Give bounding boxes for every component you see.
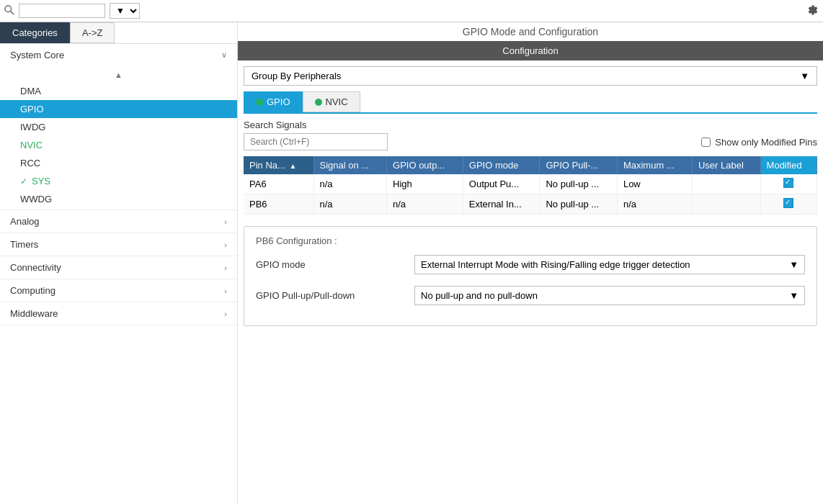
gpio-pull-row: GPIO Pull-up/Pull-down No pull-up and no… xyxy=(256,286,805,305)
search-signals-section: Search Signals Show only Modified Pins xyxy=(244,120,817,150)
content-title: GPIO Mode and Configuration xyxy=(238,22,823,41)
cell-pa6-pull: No pull-up ... xyxy=(540,174,617,194)
nvic-tab-label: NVIC xyxy=(326,96,348,107)
section-timers: Timers › xyxy=(0,233,237,256)
gpio-mode-dropdown-arrow: ▼ xyxy=(789,259,798,270)
config-header: Configuration xyxy=(238,41,823,60)
cell-pb6-max: n/a xyxy=(617,194,692,215)
main-area: Categories A->Z System Core ∨ ▲ DMA GPIO xyxy=(0,22,823,504)
section-computing-header[interactable]: Computing › xyxy=(0,279,237,302)
tab-categories[interactable]: Categories xyxy=(0,22,70,43)
sidebar-item-wwdg[interactable]: WWDG xyxy=(0,190,237,208)
gpio-pull-select[interactable]: No pull-up and no pull-down ▼ xyxy=(414,286,805,305)
gpio-mode-row: GPIO mode External Interrupt Mode with R… xyxy=(256,255,805,274)
dropdown-arrow-icon: ▼ xyxy=(800,71,809,81)
section-middleware-header[interactable]: Middleware › xyxy=(0,302,237,325)
top-search-dropdown[interactable]: ▼ xyxy=(110,3,140,19)
search-signals-row: Show only Modified Pins xyxy=(244,133,817,150)
col-pin-name[interactable]: Pin Na... ▲ xyxy=(244,156,313,174)
sidebar-item-gpio[interactable]: GPIO xyxy=(0,100,237,118)
pb6-modified-checkbox[interactable] xyxy=(783,198,793,208)
cell-pa6-mode: Output Pu... xyxy=(463,174,540,194)
col-user-label[interactable]: User Label xyxy=(692,156,760,174)
group-by-dropdown[interactable]: Group By Peripherals ▼ xyxy=(244,66,817,86)
col-signal-on[interactable]: Signal on ... xyxy=(313,156,387,174)
table-row: PB6 n/a n/a External In... No pull-up ..… xyxy=(244,194,817,215)
sys-label: SYS xyxy=(32,176,50,186)
tab-gpio[interactable]: GPIO xyxy=(244,91,303,112)
show-modified-label: Show only Modified Pins xyxy=(715,137,817,148)
wwdg-label: WWDG xyxy=(20,194,52,204)
gpio-table: Pin Na... ▲ Signal on ... GPIO outp... G… xyxy=(244,156,817,215)
section-connectivity-label: Connectivity xyxy=(10,262,61,273)
cell-pa6-label xyxy=(692,174,760,194)
table-header-row: Pin Na... ▲ Signal on ... GPIO outp... G… xyxy=(244,156,817,174)
col-gpio-mode[interactable]: GPIO mode xyxy=(463,156,540,174)
section-system-core-header[interactable]: System Core ∨ xyxy=(0,44,237,66)
chevron-right-icon-connectivity: › xyxy=(224,264,227,272)
sidebar-item-sys[interactable]: ✓ SYS xyxy=(0,172,237,190)
rcc-label: RCC xyxy=(20,158,40,168)
top-bar: ▼ xyxy=(0,0,823,22)
gpio-tab-label: GPIO xyxy=(267,96,290,107)
sidebar-item-dma[interactable]: DMA xyxy=(0,82,237,100)
cell-pa6-output: High xyxy=(387,174,463,194)
section-timers-header[interactable]: Timers › xyxy=(0,233,237,256)
nvic-label: NVIC xyxy=(20,140,43,150)
cell-pb6-pull: No pull-up ... xyxy=(540,194,617,215)
search-icon xyxy=(4,5,14,17)
dma-label: DMA xyxy=(20,86,41,96)
group-by-label: Group By Peripherals xyxy=(252,71,341,81)
gpio-nvic-tabs: GPIO NVIC xyxy=(244,91,817,114)
section-analog: Analog › xyxy=(0,210,237,233)
svg-point-0 xyxy=(5,5,12,12)
col-modified[interactable]: Modified xyxy=(760,156,817,174)
gpio-label: GPIO xyxy=(20,104,44,114)
sort-icon: ▲ xyxy=(289,162,296,170)
sidebar-content: System Core ∨ ▲ DMA GPIO IWDG NVIC xyxy=(0,44,237,504)
gpio-dot-icon xyxy=(256,99,263,106)
nvic-dot-icon xyxy=(315,99,322,106)
section-computing: Computing › xyxy=(0,279,237,302)
table-row: PA6 n/a High Output Pu... No pull-up ...… xyxy=(244,174,817,194)
sidebar-item-nvic[interactable]: NVIC xyxy=(0,136,237,154)
pa6-modified-checkbox[interactable] xyxy=(783,178,793,188)
show-modified-checkbox[interactable] xyxy=(701,138,711,147)
pb6-config-section: PB6 Configuration : GPIO mode External I… xyxy=(244,226,817,326)
cell-pb6-output: n/a xyxy=(387,194,463,215)
sidebar: Categories A->Z System Core ∨ ▲ DMA GPIO xyxy=(0,22,238,504)
section-system-core: System Core ∨ ▲ DMA GPIO IWDG NVIC xyxy=(0,44,237,210)
gpio-pull-label: GPIO Pull-up/Pull-down xyxy=(256,290,414,301)
tab-nvic[interactable]: NVIC xyxy=(303,91,360,112)
section-connectivity-header[interactable]: Connectivity › xyxy=(0,256,237,279)
cell-pb6-label xyxy=(692,194,760,215)
gear-icon[interactable] xyxy=(807,4,819,18)
top-search-input[interactable] xyxy=(19,4,105,18)
cell-pa6-max: Low xyxy=(617,174,692,194)
tab-atoz[interactable]: A->Z xyxy=(70,22,115,43)
col-gpio-pull[interactable]: GPIO Pull-... xyxy=(540,156,617,174)
section-computing-label: Computing xyxy=(10,285,55,296)
scroll-up-arrow[interactable]: ▲ xyxy=(0,68,237,82)
col-gpio-output[interactable]: GPIO outp... xyxy=(387,156,463,174)
sidebar-item-iwdg[interactable]: IWDG xyxy=(0,118,237,136)
chevron-right-icon-computing: › xyxy=(224,287,227,295)
cell-pa6-signal: n/a xyxy=(313,174,387,194)
col-maximum[interactable]: Maximum ... xyxy=(617,156,692,174)
pb6-config-title: PB6 Configuration : xyxy=(256,235,805,246)
chevron-right-icon-analog: › xyxy=(224,217,227,226)
section-middleware-label: Middleware xyxy=(10,308,58,319)
gpio-mode-value: External Interrupt Mode with Rising/Fall… xyxy=(421,259,690,270)
chevron-down-icon: ∨ xyxy=(221,50,227,60)
cell-pa6-modified xyxy=(760,174,817,194)
gpio-mode-label: GPIO mode xyxy=(256,259,414,270)
show-modified-row: Show only Modified Pins xyxy=(701,137,817,148)
gpio-mode-select[interactable]: External Interrupt Mode with Rising/Fall… xyxy=(414,255,805,274)
config-body: Group By Peripherals ▼ GPIO NVIC Search … xyxy=(238,60,823,504)
section-analog-header[interactable]: Analog › xyxy=(0,210,237,233)
sys-check-icon: ✓ xyxy=(20,176,27,186)
search-signals-input[interactable] xyxy=(244,133,388,150)
gpio-pull-dropdown-arrow: ▼ xyxy=(789,290,798,301)
section-system-core-label: System Core xyxy=(10,50,64,60)
sidebar-item-rcc[interactable]: RCC xyxy=(0,154,237,172)
